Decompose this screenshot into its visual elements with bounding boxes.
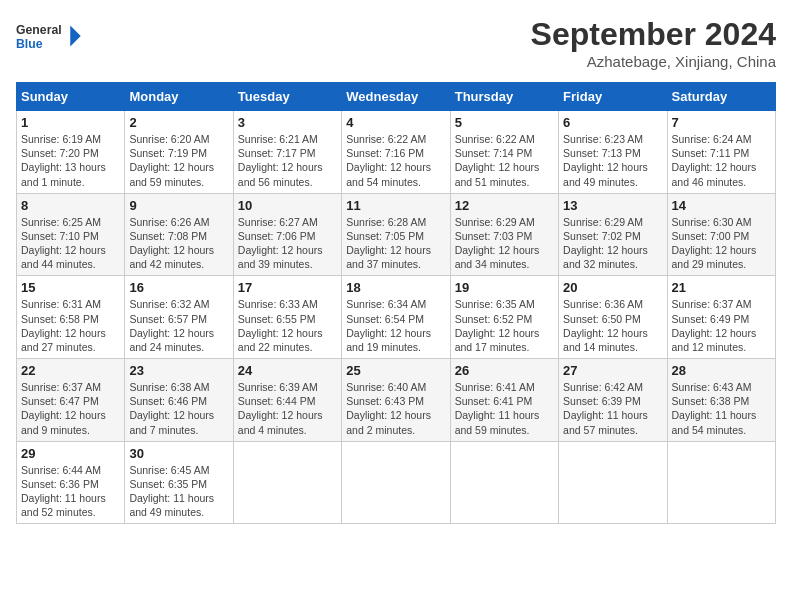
calendar-cell <box>233 441 341 524</box>
day-number: 6 <box>563 115 662 130</box>
day-info: Sunrise: 6:21 AM Sunset: 7:17 PM Dayligh… <box>238 132 337 189</box>
calendar-cell: 30Sunrise: 6:45 AM Sunset: 6:35 PM Dayli… <box>125 441 233 524</box>
month-title: September 2024 <box>531 16 776 53</box>
day-info: Sunrise: 6:40 AM Sunset: 6:43 PM Dayligh… <box>346 380 445 437</box>
calendar-cell: 15Sunrise: 6:31 AM Sunset: 6:58 PM Dayli… <box>17 276 125 359</box>
calendar-cell: 29Sunrise: 6:44 AM Sunset: 6:36 PM Dayli… <box>17 441 125 524</box>
calendar-cell: 27Sunrise: 6:42 AM Sunset: 6:39 PM Dayli… <box>559 359 667 442</box>
col-header-sunday: Sunday <box>17 83 125 111</box>
day-info: Sunrise: 6:36 AM Sunset: 6:50 PM Dayligh… <box>563 297 662 354</box>
day-info: Sunrise: 6:20 AM Sunset: 7:19 PM Dayligh… <box>129 132 228 189</box>
day-info: Sunrise: 6:29 AM Sunset: 7:03 PM Dayligh… <box>455 215 554 272</box>
title-block: September 2024 Azhatebage, Xinjiang, Chi… <box>531 16 776 70</box>
day-info: Sunrise: 6:24 AM Sunset: 7:11 PM Dayligh… <box>672 132 771 189</box>
col-header-thursday: Thursday <box>450 83 558 111</box>
calendar-cell: 5Sunrise: 6:22 AM Sunset: 7:14 PM Daylig… <box>450 111 558 194</box>
calendar-cell: 16Sunrise: 6:32 AM Sunset: 6:57 PM Dayli… <box>125 276 233 359</box>
calendar-cell: 24Sunrise: 6:39 AM Sunset: 6:44 PM Dayli… <box>233 359 341 442</box>
day-number: 27 <box>563 363 662 378</box>
calendar-cell: 7Sunrise: 6:24 AM Sunset: 7:11 PM Daylig… <box>667 111 775 194</box>
col-header-wednesday: Wednesday <box>342 83 450 111</box>
day-info: Sunrise: 6:22 AM Sunset: 7:14 PM Dayligh… <box>455 132 554 189</box>
day-number: 23 <box>129 363 228 378</box>
calendar-cell: 10Sunrise: 6:27 AM Sunset: 7:06 PM Dayli… <box>233 193 341 276</box>
day-info: Sunrise: 6:34 AM Sunset: 6:54 PM Dayligh… <box>346 297 445 354</box>
calendar-cell: 26Sunrise: 6:41 AM Sunset: 6:41 PM Dayli… <box>450 359 558 442</box>
day-info: Sunrise: 6:29 AM Sunset: 7:02 PM Dayligh… <box>563 215 662 272</box>
calendar-cell: 2Sunrise: 6:20 AM Sunset: 7:19 PM Daylig… <box>125 111 233 194</box>
calendar-cell: 17Sunrise: 6:33 AM Sunset: 6:55 PM Dayli… <box>233 276 341 359</box>
calendar-cell: 6Sunrise: 6:23 AM Sunset: 7:13 PM Daylig… <box>559 111 667 194</box>
day-number: 29 <box>21 446 120 461</box>
day-info: Sunrise: 6:22 AM Sunset: 7:16 PM Dayligh… <box>346 132 445 189</box>
calendar-cell: 3Sunrise: 6:21 AM Sunset: 7:17 PM Daylig… <box>233 111 341 194</box>
day-number: 26 <box>455 363 554 378</box>
day-number: 7 <box>672 115 771 130</box>
calendar-cell: 4Sunrise: 6:22 AM Sunset: 7:16 PM Daylig… <box>342 111 450 194</box>
day-info: Sunrise: 6:26 AM Sunset: 7:08 PM Dayligh… <box>129 215 228 272</box>
day-number: 3 <box>238 115 337 130</box>
calendar-cell: 22Sunrise: 6:37 AM Sunset: 6:47 PM Dayli… <box>17 359 125 442</box>
col-header-tuesday: Tuesday <box>233 83 341 111</box>
day-info: Sunrise: 6:38 AM Sunset: 6:46 PM Dayligh… <box>129 380 228 437</box>
day-number: 15 <box>21 280 120 295</box>
day-info: Sunrise: 6:41 AM Sunset: 6:41 PM Dayligh… <box>455 380 554 437</box>
day-number: 19 <box>455 280 554 295</box>
day-info: Sunrise: 6:44 AM Sunset: 6:36 PM Dayligh… <box>21 463 120 520</box>
day-info: Sunrise: 6:39 AM Sunset: 6:44 PM Dayligh… <box>238 380 337 437</box>
day-number: 17 <box>238 280 337 295</box>
calendar-table: SundayMondayTuesdayWednesdayThursdayFrid… <box>16 82 776 524</box>
day-number: 28 <box>672 363 771 378</box>
day-info: Sunrise: 6:27 AM Sunset: 7:06 PM Dayligh… <box>238 215 337 272</box>
day-info: Sunrise: 6:23 AM Sunset: 7:13 PM Dayligh… <box>563 132 662 189</box>
day-info: Sunrise: 6:45 AM Sunset: 6:35 PM Dayligh… <box>129 463 228 520</box>
day-number: 5 <box>455 115 554 130</box>
day-info: Sunrise: 6:31 AM Sunset: 6:58 PM Dayligh… <box>21 297 120 354</box>
svg-marker-2 <box>70 26 81 47</box>
calendar-cell: 21Sunrise: 6:37 AM Sunset: 6:49 PM Dayli… <box>667 276 775 359</box>
calendar-cell: 1Sunrise: 6:19 AM Sunset: 7:20 PM Daylig… <box>17 111 125 194</box>
day-info: Sunrise: 6:28 AM Sunset: 7:05 PM Dayligh… <box>346 215 445 272</box>
day-number: 9 <box>129 198 228 213</box>
day-number: 20 <box>563 280 662 295</box>
day-number: 16 <box>129 280 228 295</box>
calendar-cell: 12Sunrise: 6:29 AM Sunset: 7:03 PM Dayli… <box>450 193 558 276</box>
calendar-cell: 14Sunrise: 6:30 AM Sunset: 7:00 PM Dayli… <box>667 193 775 276</box>
calendar-cell: 25Sunrise: 6:40 AM Sunset: 6:43 PM Dayli… <box>342 359 450 442</box>
day-number: 18 <box>346 280 445 295</box>
calendar-cell <box>342 441 450 524</box>
day-number: 24 <box>238 363 337 378</box>
day-info: Sunrise: 6:30 AM Sunset: 7:00 PM Dayligh… <box>672 215 771 272</box>
day-number: 13 <box>563 198 662 213</box>
day-info: Sunrise: 6:37 AM Sunset: 6:47 PM Dayligh… <box>21 380 120 437</box>
col-header-saturday: Saturday <box>667 83 775 111</box>
day-number: 11 <box>346 198 445 213</box>
location-subtitle: Azhatebage, Xinjiang, China <box>531 53 776 70</box>
day-info: Sunrise: 6:35 AM Sunset: 6:52 PM Dayligh… <box>455 297 554 354</box>
col-header-monday: Monday <box>125 83 233 111</box>
svg-text:General: General <box>16 23 62 37</box>
calendar-cell: 20Sunrise: 6:36 AM Sunset: 6:50 PM Dayli… <box>559 276 667 359</box>
day-number: 14 <box>672 198 771 213</box>
calendar-cell: 13Sunrise: 6:29 AM Sunset: 7:02 PM Dayli… <box>559 193 667 276</box>
day-number: 8 <box>21 198 120 213</box>
calendar-cell: 19Sunrise: 6:35 AM Sunset: 6:52 PM Dayli… <box>450 276 558 359</box>
day-number: 25 <box>346 363 445 378</box>
day-number: 21 <box>672 280 771 295</box>
day-info: Sunrise: 6:42 AM Sunset: 6:39 PM Dayligh… <box>563 380 662 437</box>
logo-svg: GeneralBlue <box>16 16 86 56</box>
day-number: 10 <box>238 198 337 213</box>
logo: GeneralBlue <box>16 16 86 56</box>
day-info: Sunrise: 6:32 AM Sunset: 6:57 PM Dayligh… <box>129 297 228 354</box>
calendar-cell: 11Sunrise: 6:28 AM Sunset: 7:05 PM Dayli… <box>342 193 450 276</box>
calendar-cell <box>559 441 667 524</box>
calendar-cell: 18Sunrise: 6:34 AM Sunset: 6:54 PM Dayli… <box>342 276 450 359</box>
day-info: Sunrise: 6:33 AM Sunset: 6:55 PM Dayligh… <box>238 297 337 354</box>
calendar-cell <box>667 441 775 524</box>
day-number: 22 <box>21 363 120 378</box>
page-header: GeneralBlue September 2024 Azhatebage, X… <box>16 16 776 70</box>
calendar-cell: 23Sunrise: 6:38 AM Sunset: 6:46 PM Dayli… <box>125 359 233 442</box>
svg-text:Blue: Blue <box>16 37 43 51</box>
col-header-friday: Friday <box>559 83 667 111</box>
calendar-cell: 28Sunrise: 6:43 AM Sunset: 6:38 PM Dayli… <box>667 359 775 442</box>
